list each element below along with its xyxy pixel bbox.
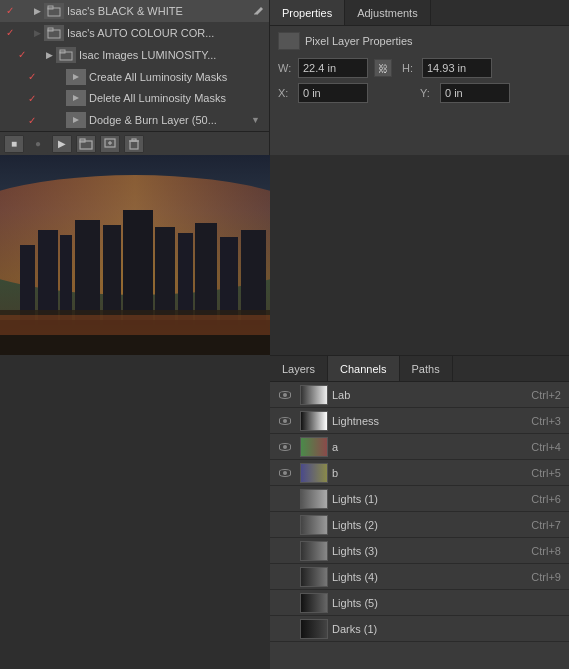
layer-thumb [56,47,76,63]
channel-thumb-lights3 [300,541,328,561]
layer-thumb [44,3,64,19]
channel-shortcut-lights2: Ctrl+7 [531,519,561,531]
layer-eye[interactable] [30,47,46,63]
channel-eye-b[interactable] [274,462,296,484]
layer-row[interactable]: ✓ Dodge & Burn Layer (50... ▼ [0,109,269,131]
layer-thumb [66,69,86,85]
new-set-button[interactable] [76,135,96,153]
tab-paths[interactable]: Paths [400,356,453,381]
stop-button[interactable]: ■ [4,135,24,153]
layer-check[interactable]: ✓ [24,112,40,128]
layer-check[interactable]: ✓ [24,90,40,106]
layer-arrow[interactable]: ▶ [34,6,44,16]
city-image [0,155,270,355]
right-panel-bg [270,155,569,355]
channel-name-lights3: Lights (3) [332,545,531,557]
channel-row-a[interactable]: a Ctrl+4 [270,434,569,460]
delete-button[interactable] [124,135,144,153]
svg-marker-7 [73,95,79,101]
layer-name: Isac Images LUMINOSITY... [79,49,267,61]
record-button[interactable]: ● [28,135,48,153]
y-label: Y: [420,87,434,99]
w-input[interactable] [298,58,368,78]
channel-eye-lights3[interactable] [274,540,296,562]
layer-thumb [66,112,86,128]
channel-row-lights1[interactable]: Lights (1) Ctrl+6 [270,486,569,512]
properties-tabs: Properties Adjustments [270,0,569,26]
layers-panel: ✓ ▶ Isac's BLACK & WHITE ✓ ▶ Isac's AUTO… [0,0,270,155]
channel-thumb-lab [300,385,328,405]
channel-thumb-lights2 [300,515,328,535]
channel-shortcut-lightness: Ctrl+3 [531,415,561,427]
channel-name-lights2: Lights (2) [332,519,531,531]
layer-check[interactable]: ✓ [24,69,40,85]
layer-check[interactable]: ✓ [2,25,18,41]
layer-row[interactable]: ✓ ▶ Isac's AUTO COLOUR COR... [0,22,269,44]
channel-row-lights4[interactable]: Lights (4) Ctrl+9 [270,564,569,590]
channel-eye-lab[interactable] [274,384,296,406]
layer-edit-icon[interactable] [251,5,267,17]
channel-eye-darks1[interactable] [274,618,296,640]
channel-row-lightness[interactable]: Lightness Ctrl+3 [270,408,569,434]
channels-panel: Layers Channels Paths Lab Ctrl+2 Lightne… [270,355,569,669]
layer-row[interactable]: ✓ ▶ Isac's BLACK & WHITE [0,0,269,22]
tab-properties[interactable]: Properties [270,0,345,25]
properties-body: Pixel Layer Properties W: ⛓ H: X: Y: [270,26,569,155]
y-input[interactable] [440,83,510,103]
svg-marker-6 [73,74,79,80]
channel-eye-lights1[interactable] [274,488,296,510]
channel-row-lab[interactable]: Lab Ctrl+2 [270,382,569,408]
svg-rect-22 [75,220,100,325]
link-wh-button[interactable]: ⛓ [374,59,392,77]
layer-check[interactable]: ✓ [2,3,18,19]
channel-row-b[interactable]: b Ctrl+5 [270,460,569,486]
channel-row-lights2[interactable]: Lights (2) Ctrl+7 [270,512,569,538]
layer-eye[interactable] [18,3,34,19]
channel-row-darks1[interactable]: Darks (1) [270,616,569,642]
layer-row[interactable]: ✓ Delete All Luminosity Masks [0,87,269,109]
channel-thumb-a [300,437,328,457]
channel-eye-lights4[interactable] [274,566,296,588]
play-button[interactable]: ▶ [52,135,72,153]
layer-arrow[interactable]: ▶ [46,50,56,60]
svg-rect-14 [130,141,138,149]
x-input[interactable] [298,83,368,103]
scroll-indicator: ▼ [251,115,267,125]
layer-name: Delete All Luminosity Masks [89,92,267,104]
pixel-layer-properties-label: Pixel Layer Properties [278,32,561,50]
svg-rect-16 [132,139,136,141]
channel-eye-lights2[interactable] [274,514,296,536]
channel-eye-lightness[interactable] [274,410,296,432]
channel-thumb-lights5 [300,593,328,613]
channel-shortcut-lights4: Ctrl+9 [531,571,561,583]
wh-row: W: ⛓ H: [278,58,561,78]
layer-eye[interactable] [40,69,56,85]
channel-name-lights5: Lights (5) [332,597,561,609]
layer-check[interactable]: ✓ [14,47,30,63]
layer-eye[interactable] [18,25,34,41]
layers-toolbar: ■ ● ▶ [0,131,269,155]
pixel-layer-icon [278,32,300,50]
channel-row-lights3[interactable]: Lights (3) Ctrl+8 [270,538,569,564]
layer-eye[interactable] [40,90,56,106]
w-label: W: [278,62,292,74]
layer-eye[interactable] [40,112,56,128]
channels-tabs: Layers Channels Paths [270,356,569,382]
layer-row[interactable]: ✓ ▶ Isac Images LUMINOSITY... [0,44,269,66]
layer-row[interactable]: ✓ Create All Luminosity Masks [0,66,269,88]
new-action-button[interactable] [100,135,120,153]
layer-thumb [44,25,64,41]
channel-row-lights5[interactable]: Lights (5) [270,590,569,616]
layer-arrow[interactable]: ▶ [34,28,44,38]
tab-adjustments[interactable]: Adjustments [345,0,431,25]
channel-thumb-b [300,463,328,483]
image-area [0,155,569,355]
channel-eye-lights5[interactable] [274,592,296,614]
tab-layers[interactable]: Layers [270,356,328,381]
pixel-layer-properties-text: Pixel Layer Properties [305,35,413,47]
tab-channels[interactable]: Channels [328,356,399,381]
channel-eye-a[interactable] [274,436,296,458]
channel-shortcut-a: Ctrl+4 [531,441,561,453]
h-input[interactable] [422,58,492,78]
x-label: X: [278,87,292,99]
